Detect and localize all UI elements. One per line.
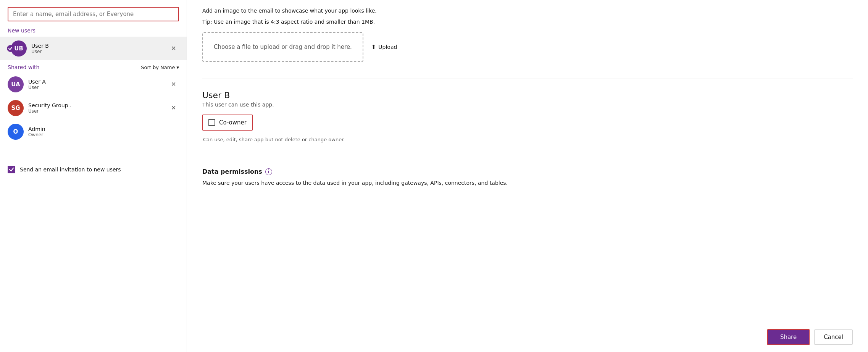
user-b-section: User B This user can use this app. Co-ow… [202,87,853,149]
coowner-label: Co-owner [219,119,247,126]
section-divider-1 [202,79,853,79]
sort-by-button[interactable]: Sort by Name ▾ [141,65,179,70]
right-panel: Add an image to the email to showcase wh… [187,0,868,352]
bottom-bar: Share Cancel [187,322,868,352]
user-info-sg: Security Group . User [28,102,168,114]
remove-user-a-button[interactable]: ✕ [168,80,179,89]
user-row-sg[interactable]: SG Security Group . User ✕ [0,96,187,120]
bottom-spacer [202,187,853,221]
user-info-ua: User A User [28,79,168,90]
tip-section: Add an image to the email to showcase wh… [202,0,853,26]
tip-line-2: Tip: Use an image that is 4:3 aspect rat… [202,15,853,26]
sort-chevron-icon: ▾ [176,65,179,70]
upload-arrow-icon: ⬆ [371,44,376,51]
user-name-admin: Admin [28,126,179,132]
email-invitation-row: Send an email invitation to new users [0,159,187,180]
coowner-checkbox[interactable] [208,119,215,126]
upload-button[interactable]: ⬆ Upload [371,44,397,51]
selected-user-info: User B User [31,43,168,54]
user-role-sg: User [28,108,168,114]
search-input-wrapper [0,0,187,25]
avatar-ua: UA [8,76,24,92]
user-role-admin: Owner [28,132,179,137]
upload-btn-label: Upload [378,44,397,50]
user-b-description: This user can use this app. [202,102,853,108]
upload-zone-text: Choose a file to upload or drag and drop… [214,44,352,50]
cancel-button[interactable]: Cancel [814,329,853,345]
user-row-admin[interactable]: O Admin Owner [0,120,187,144]
shared-with-label: Shared with [8,64,39,70]
upload-row: Choose a file to upload or drag and drop… [202,26,853,68]
search-input[interactable] [8,7,179,21]
sort-by-label: Sort by Name [141,65,175,70]
remove-sg-button[interactable]: ✕ [168,103,179,113]
left-panel: New users UB User B User ✕ Shared with S… [0,0,187,352]
info-icon[interactable]: i [265,168,272,175]
data-permissions-desc: Make sure your users have access to the … [202,179,546,187]
user-role-ua: User [28,85,168,90]
check-overlay [7,45,14,52]
selected-user-row[interactable]: UB User B User ✕ [0,37,187,60]
selected-user-role: User [31,49,168,54]
shared-with-header: Shared with Sort by Name ▾ [0,60,187,73]
data-permissions-header: Data permissions i [202,168,853,175]
data-permissions-title: Data permissions [202,168,262,175]
email-invitation-label: Send an email invitation to new users [20,166,121,173]
user-info-admin: Admin Owner [28,126,179,137]
remove-user-b-button[interactable]: ✕ [168,44,179,53]
avatar-admin: O [8,124,24,140]
section-divider-2 [202,157,853,157]
email-checkbox[interactable] [8,166,15,173]
user-b-heading: User B [202,90,853,100]
new-users-label: New users [0,25,187,37]
user-row-ua[interactable]: UA User A User ✕ [0,73,187,96]
upload-drop-zone[interactable]: Choose a file to upload or drag and drop… [202,32,363,62]
coowner-hint: Can use, edit, share app but not delete … [203,137,853,142]
user-name-sg: Security Group . [28,102,168,108]
user-name-ua: User A [28,79,168,85]
avatar-sg: SG [8,100,24,116]
share-button[interactable]: Share [767,329,810,345]
tip-line-1: Add an image to the email to showcase wh… [202,4,853,15]
selected-user-name: User B [31,43,168,49]
coowner-container: Co-owner [202,115,853,134]
coowner-row[interactable]: Co-owner [202,115,253,131]
